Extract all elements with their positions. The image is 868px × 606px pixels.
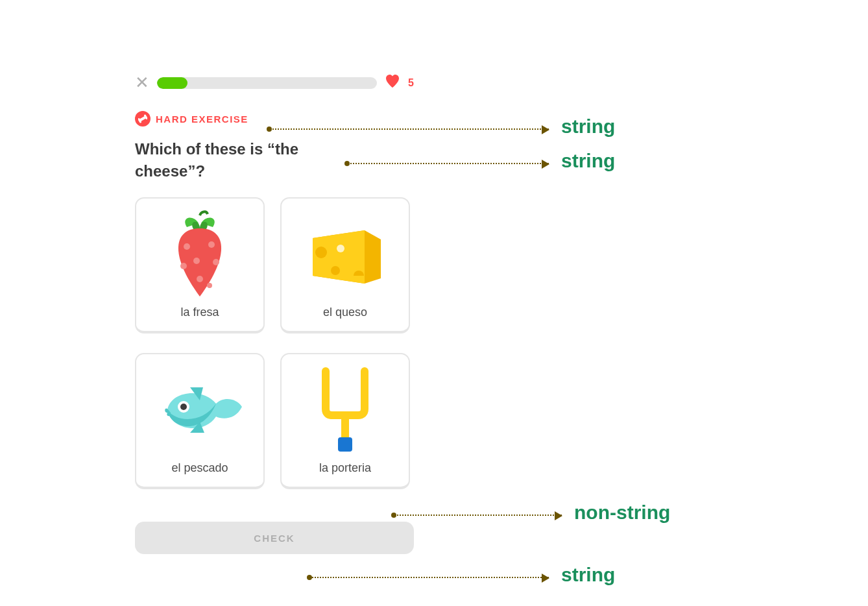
goalpost-icon (287, 363, 404, 456)
strawberry-icon (141, 208, 258, 300)
lesson-screen: ✕ 5 HARD EXERCISE Which of these is “the… (135, 73, 414, 554)
svg-point-3 (184, 243, 190, 250)
option-label: el pescado (171, 461, 228, 475)
svg-point-8 (197, 276, 203, 282)
fish-icon (141, 363, 258, 456)
option-card-3[interactable]: la porteria (280, 353, 410, 489)
close-icon[interactable]: ✕ (135, 73, 149, 93)
option-label: la fresa (180, 306, 219, 319)
option-card-0[interactable]: la fresa (135, 197, 265, 333)
svg-point-6 (213, 259, 219, 265)
svg-point-12 (331, 266, 340, 275)
annotation-arrow (270, 128, 549, 130)
options-grid: la fresa el queso (135, 197, 414, 489)
progress-bar (157, 77, 377, 89)
dumbbell-icon (135, 111, 151, 127)
check-button-label: CHECK (254, 533, 295, 544)
annotation-label: string (561, 115, 615, 138)
annotation-label: string (561, 564, 615, 586)
annotation-arrow (394, 515, 562, 516)
question-text: Which of these is “the cheese”? (135, 138, 343, 182)
svg-rect-16 (338, 437, 352, 452)
svg-point-9 (207, 283, 212, 288)
cheese-icon (287, 208, 404, 300)
svg-point-7 (180, 263, 187, 269)
heart-icon (385, 74, 400, 92)
header-row: ✕ 5 (135, 73, 414, 93)
difficulty-label: HARD EXERCISE (156, 114, 248, 125)
svg-point-4 (208, 241, 215, 248)
svg-point-5 (193, 258, 200, 264)
option-card-2[interactable]: el pescado (135, 353, 265, 489)
progress-fill (157, 77, 187, 89)
difficulty-badge: HARD EXERCISE (135, 111, 414, 127)
option-card-1[interactable]: el queso (280, 197, 410, 333)
heart-count: 5 (408, 77, 414, 89)
svg-point-10 (315, 247, 327, 258)
svg-point-11 (337, 245, 344, 252)
check-button[interactable]: CHECK (135, 522, 414, 554)
annotation-arrow (348, 163, 549, 164)
annotation-label: non-string (574, 502, 670, 524)
annotation-label (310, 577, 549, 578)
annotation-label: string (561, 150, 615, 172)
svg-point-14 (180, 404, 187, 410)
option-label: la porteria (319, 461, 371, 475)
option-label: el queso (323, 306, 367, 319)
